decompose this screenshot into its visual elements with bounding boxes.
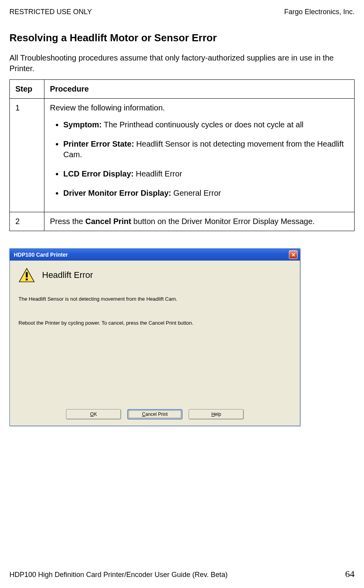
error-line-1: The Headlift Sensor is not detecting mov… <box>18 296 291 302</box>
error-title: Headlift Error <box>42 270 93 280</box>
bullet-list: Symptom: The Printhead continuously cycl… <box>50 119 349 198</box>
help-button[interactable]: Help <box>189 409 244 419</box>
dialog-title: HDP100 Card Printer <box>14 252 68 258</box>
error-header: Headlift Error <box>18 268 291 283</box>
cancel-print-button[interactable]: Cancel Print <box>127 409 182 419</box>
page-title: Resolving a Headlift Motor or Sensor Err… <box>9 32 355 44</box>
step-content: Press the Cancel Print button on the Dri… <box>44 212 355 231</box>
svg-rect-1 <box>26 272 28 277</box>
header-right: Fargo Electronics, Inc. <box>284 8 355 16</box>
bullet-text: Headlift Error <box>134 169 182 178</box>
warning-icon <box>18 268 35 283</box>
step-number: 1 <box>10 99 44 212</box>
procedure-table: Step Procedure 1 Review the following in… <box>9 79 355 231</box>
page-number: 64 <box>345 569 355 579</box>
close-icon[interactable]: ✕ <box>289 250 298 259</box>
step-text-pre: Press the <box>50 217 85 226</box>
list-item: Symptom: The Printhead continuously cycl… <box>63 119 349 130</box>
page-footer: HDP100 High Definition Card Printer/Enco… <box>9 569 355 579</box>
intro-paragraph: All Troubleshooting procedures assume th… <box>9 53 355 74</box>
table-row: 2 Press the Cancel Print button on the D… <box>10 212 355 231</box>
list-item: LCD Error Display: Headlift Error <box>63 169 349 179</box>
dialog-titlebar[interactable]: HDP100 Card Printer ✕ <box>10 249 300 261</box>
dialog-screenshot: HDP100 Card Printer ✕ Headlift Error The… <box>9 248 355 426</box>
bullet-label: Printer Error State: <box>63 140 134 148</box>
bullet-label: Symptom: <box>63 120 102 129</box>
step-text-post: button on the Driver Monitor Error Displ… <box>131 217 315 226</box>
header-left: RESTRICTED USE ONLY <box>9 8 92 16</box>
list-item: Printer Error State: Headlift Sensor is … <box>63 139 349 160</box>
bullet-label: Driver Monitor Error Display: <box>63 189 171 197</box>
list-item: Driver Monitor Error Display: General Er… <box>63 188 349 198</box>
svg-rect-2 <box>26 279 28 281</box>
step-content: Review the following information. Sympto… <box>44 99 355 212</box>
bullet-label: LCD Error Display: <box>63 169 134 178</box>
step-number: 2 <box>10 212 44 231</box>
th-procedure: Procedure <box>44 80 355 99</box>
footer-left: HDP100 High Definition Card Printer/Enco… <box>9 571 228 579</box>
table-row: 1 Review the following information. Symp… <box>10 99 355 212</box>
titlebar-buttons: ✕ <box>289 250 298 259</box>
th-step: Step <box>10 80 44 99</box>
ok-button[interactable]: OK <box>66 409 121 419</box>
bullet-text: The Printhead continuously cycles or doe… <box>102 120 303 129</box>
error-line-2: Reboot the Printer by cycling power. To … <box>18 320 291 326</box>
step-lead: Review the following information. <box>50 103 165 112</box>
error-dialog: HDP100 Card Printer ✕ Headlift Error The… <box>9 248 300 426</box>
page-header: RESTRICTED USE ONLY Fargo Electronics, I… <box>9 8 355 16</box>
dialog-button-row: OK Cancel Print Help <box>10 409 300 419</box>
bullet-text: General Error <box>171 189 221 197</box>
dialog-body: Headlift Error The Headlift Sensor is no… <box>10 261 300 426</box>
step-text-bold: Cancel Print <box>85 217 131 226</box>
